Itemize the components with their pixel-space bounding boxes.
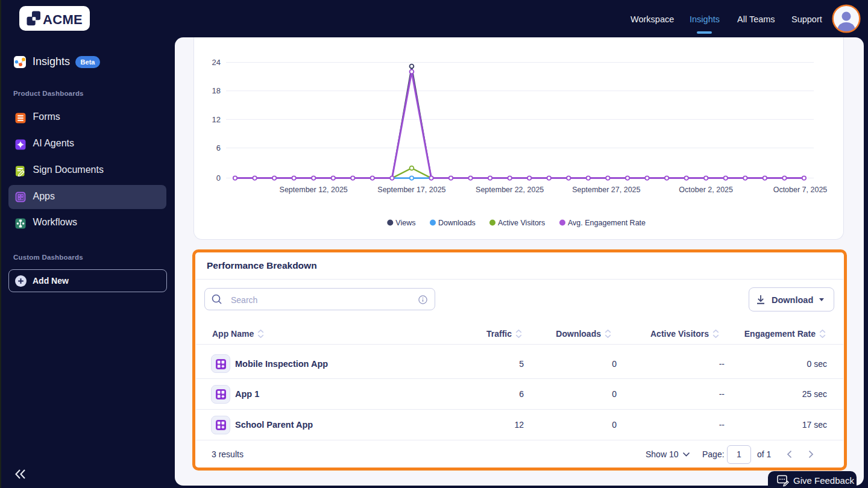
svg-text:24: 24 [212,58,221,67]
svg-text:12: 12 [212,115,221,124]
svg-text:18: 18 [212,86,221,95]
svg-text:Downloads: Downloads [438,219,476,227]
svg-text:Avg. Engagement Rate: Avg. Engagement Rate [568,219,646,227]
svg-text:Active Visitors: Active Visitors [498,219,545,227]
svg-text:September 12, 2025: September 12, 2025 [280,186,348,194]
svg-text:Views: Views [395,219,415,227]
svg-text:September 27, 2025: September 27, 2025 [572,186,640,194]
svg-text:September 22, 2025: September 22, 2025 [476,186,544,194]
svg-text:0: 0 [216,174,221,183]
svg-text:6: 6 [216,143,221,152]
svg-text:October 2, 2025: October 2, 2025 [679,186,733,194]
svg-text:September 17, 2025: September 17, 2025 [377,186,445,194]
svg-text:October 7, 2025: October 7, 2025 [773,186,828,194]
